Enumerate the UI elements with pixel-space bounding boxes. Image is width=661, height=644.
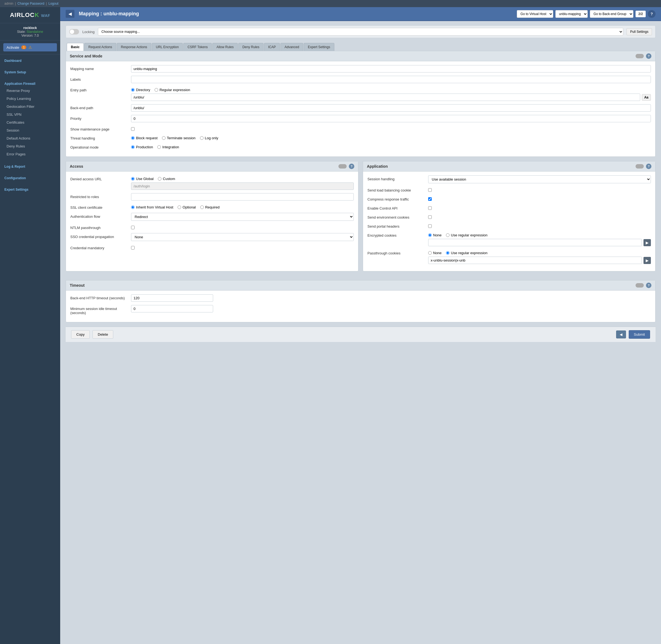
tab-expert-settings[interactable]: Expert Settings (304, 43, 334, 51)
sidebar-item-geolocation-filter[interactable]: Geolocation Filter (0, 102, 60, 111)
op-mode-prod-option[interactable]: Production (131, 145, 153, 149)
sidebar-item-ssl-vpn[interactable]: SSL VPN (0, 111, 60, 118)
submit-button[interactable]: Submit (629, 330, 650, 339)
sidebar-item-expert-settings[interactable]: Expert Settings (0, 185, 60, 192)
locking-source-select[interactable]: Choose source mapping... (98, 28, 623, 36)
backend-select[interactable]: Go to Back-end Group (590, 10, 633, 18)
tab-advanced[interactable]: Advanced (280, 43, 303, 51)
tab-basic[interactable]: Basic (67, 43, 84, 51)
passthrough-regex-option[interactable]: Use regular expression (446, 251, 487, 255)
bottom-back-button[interactable]: ◀ (616, 330, 626, 339)
restricted-roles-input[interactable] (131, 193, 354, 201)
passthrough-cookies-arrow-btn[interactable]: ▶ (643, 257, 651, 264)
locking-toggle[interactable] (69, 29, 79, 34)
ssl-optional-radio[interactable] (178, 205, 181, 209)
entry-path-dir-option[interactable]: Directory (131, 88, 150, 92)
sidebar-item-certificates[interactable]: Certificates (0, 118, 60, 127)
min-idle-input[interactable] (131, 305, 213, 313)
ssl-required-option[interactable]: Required (200, 205, 220, 209)
send-env-checkbox[interactable] (428, 215, 432, 219)
encrypted-cookies-input[interactable] (428, 239, 642, 246)
sidebar-item-system-setup[interactable]: System Setup (0, 68, 60, 75)
sidebar-item-configuration[interactable]: Configuration (0, 174, 60, 181)
encrypted-none-radio[interactable] (428, 233, 432, 237)
tab-request-actions[interactable]: Request Actions (84, 43, 116, 51)
sidebar-item-error-pages[interactable]: Error Pages (0, 150, 60, 158)
service-mode-help-btn[interactable]: ? (646, 53, 652, 59)
entry-path-dir-radio[interactable] (131, 88, 135, 92)
tab-icap[interactable]: ICAP (264, 43, 280, 51)
encrypted-regex-option[interactable]: Use regular expression (446, 233, 487, 237)
denied-use-global-radio[interactable] (131, 177, 135, 181)
back-arrow-btn[interactable]: ◀ (66, 10, 74, 18)
access-toggle[interactable] (338, 164, 347, 168)
sso-select[interactable]: None Basic Kerberos (131, 233, 354, 241)
op-mode-integration-option[interactable]: Integration (157, 145, 179, 149)
change-password-link[interactable]: Change Password (18, 2, 44, 5)
activate-button[interactable]: Activate 1 ⚠ (3, 43, 57, 51)
passthrough-cookies-input[interactable] (428, 257, 642, 264)
threat-log-radio[interactable] (200, 136, 204, 140)
control-api-checkbox[interactable] (428, 206, 432, 210)
application-help-btn[interactable]: ? (646, 164, 652, 169)
sidebar-item-reverse-proxy[interactable]: Reverse Proxy (0, 87, 60, 95)
mapping-name-input[interactable] (131, 65, 651, 72)
logout-link[interactable]: Logout (48, 2, 59, 5)
application-toggle[interactable] (636, 164, 644, 168)
service-mode-toggle[interactable] (636, 54, 644, 58)
http-timeout-input[interactable] (131, 294, 213, 302)
denied-url-input[interactable] (131, 182, 354, 190)
sidebar-item-deny-rules[interactable]: Deny Rules (0, 142, 60, 150)
access-help-btn[interactable]: ? (349, 164, 354, 169)
sidebar-item-session[interactable]: Session (0, 127, 60, 134)
send-lb-checkbox[interactable] (428, 188, 432, 192)
ssl-inherit-radio[interactable] (131, 205, 135, 209)
tab-deny-rules[interactable]: Deny Rules (238, 43, 264, 51)
timeout-help-btn[interactable]: ? (646, 283, 652, 288)
encrypted-cookies-arrow-btn[interactable]: ▶ (643, 239, 651, 246)
sidebar-item-log-report[interactable]: Log & Report (0, 162, 60, 169)
sidebar-item-policy-learning[interactable]: Policy Learning (0, 95, 60, 102)
tab-csrf-tokens[interactable]: CSRF Tokens (183, 43, 212, 51)
header-help-btn[interactable]: ? (648, 10, 656, 18)
send-portal-checkbox[interactable] (428, 224, 432, 228)
ssl-required-radio[interactable] (200, 205, 204, 209)
backend-path-input[interactable] (131, 104, 651, 112)
threat-terminate-option[interactable]: Terminate session (162, 136, 196, 140)
copy-button[interactable]: Copy (71, 330, 90, 339)
sidebar-item-dashboard[interactable]: Dashboard (0, 56, 60, 64)
ntlm-checkbox[interactable] (131, 226, 135, 229)
mapping-select[interactable]: unblu-mapping (555, 10, 588, 18)
entry-path-regex-radio[interactable] (155, 88, 158, 92)
aa-button[interactable]: Aa (642, 94, 651, 101)
vhost-select[interactable]: Go to Virtual Host (517, 10, 553, 18)
denied-use-global-option[interactable]: Use Global (131, 177, 154, 181)
passthrough-regex-radio[interactable] (446, 251, 450, 255)
tab-response-actions[interactable]: Response Actions (117, 43, 151, 51)
encrypted-regex-radio[interactable] (446, 233, 450, 237)
threat-block-option[interactable]: Block request (131, 136, 158, 140)
maintenance-checkbox[interactable] (131, 127, 135, 131)
threat-block-radio[interactable] (131, 136, 135, 140)
labels-input[interactable] (131, 76, 651, 83)
compress-checkbox[interactable] (428, 197, 432, 201)
credential-checkbox[interactable] (131, 246, 135, 250)
delete-button[interactable]: Delete (92, 330, 113, 339)
priority-input[interactable] (131, 115, 651, 122)
ssl-optional-option[interactable]: Optional (178, 205, 196, 209)
threat-log-option[interactable]: Log only (200, 136, 218, 140)
passthrough-none-option[interactable]: None (428, 251, 441, 255)
session-select[interactable]: Use available session Create new session… (428, 175, 651, 183)
sidebar-item-application-firewall[interactable]: Application Firewall (0, 79, 60, 87)
denied-custom-radio[interactable] (158, 177, 161, 181)
tab-url-encryption[interactable]: URL Encryption (152, 43, 183, 51)
denied-custom-option[interactable]: Custom (158, 177, 175, 181)
op-mode-integration-radio[interactable] (157, 145, 161, 149)
timeout-toggle[interactable] (636, 283, 644, 288)
passthrough-none-radio[interactable] (428, 251, 432, 255)
op-mode-prod-radio[interactable] (131, 145, 135, 149)
tab-allow-rules[interactable]: Allow Rules (212, 43, 238, 51)
sidebar-item-default-actions[interactable]: Default Actions (0, 134, 60, 142)
threat-terminate-radio[interactable] (162, 136, 165, 140)
encrypted-none-option[interactable]: None (428, 233, 441, 237)
